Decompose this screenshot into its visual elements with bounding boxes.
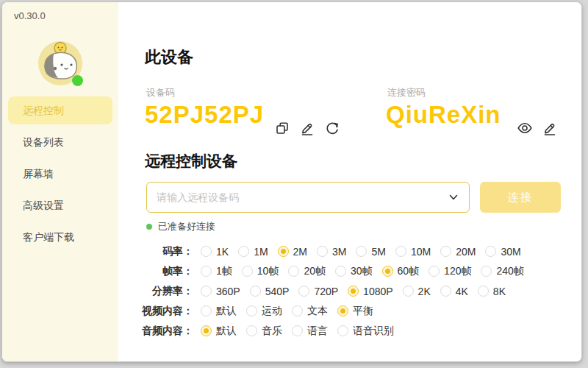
radio-icon[interactable] (292, 305, 303, 316)
setting-row-2: 分辨率：360P540P720P1080P2K4K8K (130, 281, 577, 301)
radio-option[interactable]: 5M (356, 246, 385, 258)
radio-icon[interactable] (201, 246, 212, 257)
radio-option[interactable]: 10帧 (242, 265, 279, 278)
radio-icon[interactable] (429, 266, 440, 277)
radio-option[interactable]: 默认 (201, 305, 237, 318)
radio-icon[interactable] (440, 246, 451, 257)
radio-option[interactable]: 2K (403, 286, 431, 297)
radio-option[interactable]: 60帧 (382, 265, 420, 278)
radio-icon[interactable] (317, 246, 328, 257)
radio-icon[interactable] (238, 246, 249, 257)
radio-option[interactable]: 1K (201, 246, 229, 258)
radio-option[interactable]: 540P (250, 286, 290, 297)
show-password-icon[interactable] (517, 120, 533, 136)
radio-selected-icon[interactable] (382, 266, 393, 277)
remote-device-input-wrap (146, 182, 470, 213)
radio-option-label: 30帧 (351, 265, 373, 278)
radio-option[interactable]: 10M (395, 246, 431, 258)
radio-icon[interactable] (201, 266, 212, 277)
radio-icon[interactable] (481, 266, 492, 277)
setting-options: 默认音乐语言语音识别 (201, 325, 404, 338)
sidebar-item-0[interactable]: 远程控制 (8, 96, 112, 124)
radio-option-label: 720P (314, 286, 338, 297)
radio-option-label: 540P (265, 286, 290, 297)
radio-icon[interactable] (337, 325, 348, 336)
online-status-dot (72, 75, 83, 86)
remote-control-title: 远程控制设备 (145, 151, 237, 171)
setting-options: 1K1M2M3M5M10M20M30M (201, 246, 531, 258)
edit-device-code-icon[interactable] (299, 120, 315, 136)
radio-icon[interactable] (403, 286, 414, 297)
remote-device-input[interactable] (147, 183, 469, 212)
copy-icon[interactable] (274, 120, 290, 136)
radio-option[interactable]: 平衡 (337, 305, 373, 318)
sidebar-item-1[interactable]: 设备列表 (8, 128, 112, 156)
radio-icon[interactable] (478, 286, 489, 297)
edit-password-icon[interactable] (542, 120, 558, 136)
radio-option[interactable]: 8K (478, 286, 506, 297)
chevron-down-icon[interactable] (445, 189, 462, 208)
radio-selected-icon[interactable] (348, 286, 359, 297)
radio-icon[interactable] (246, 325, 257, 336)
radio-option[interactable]: 音乐 (246, 325, 282, 338)
radio-option[interactable]: 30帧 (335, 265, 373, 278)
radio-selected-icon[interactable] (337, 305, 348, 316)
radio-option[interactable]: 2M (278, 246, 307, 258)
sidebar-item-2[interactable]: 屏幕墙 (8, 160, 112, 188)
radio-option-label: 运动 (262, 305, 282, 318)
radio-option[interactable]: 240帧 (481, 265, 523, 278)
radio-icon[interactable] (201, 286, 212, 297)
radio-option[interactable]: 3M (317, 246, 346, 258)
radio-selected-icon[interactable] (278, 246, 289, 257)
radio-option[interactable]: 运动 (246, 305, 282, 318)
radio-option[interactable]: 1帧 (201, 265, 232, 278)
setting-row-label: 分辨率： (130, 285, 193, 298)
radio-option-label: 2K (418, 286, 431, 297)
radio-icon[interactable] (335, 266, 346, 277)
radio-option[interactable]: 4K (440, 286, 468, 297)
radio-option[interactable]: 默认 (201, 325, 237, 338)
this-device-title: 此设备 (145, 46, 193, 68)
device-code-label: 设备码 (146, 86, 175, 99)
setting-options: 1帧10帧20帧30帧60帧120帧240帧 (201, 265, 534, 278)
radio-option-label: 1M (254, 246, 268, 258)
radio-option[interactable]: 语音识别 (337, 325, 394, 338)
sidebar-item-3[interactable]: 高级设置 (8, 191, 112, 219)
radio-icon[interactable] (201, 305, 212, 316)
radio-option[interactable]: 语言 (292, 325, 328, 338)
radio-icon[interactable] (242, 266, 253, 277)
connect-button[interactable]: 连接 (480, 182, 561, 213)
radio-option[interactable]: 720P (298, 286, 338, 297)
radio-option-label: 3M (332, 246, 346, 258)
setting-row-1: 帧率：1帧10帧20帧30帧60帧120帧240帧 (130, 261, 577, 281)
radio-option[interactable]: 文本 (292, 305, 328, 318)
radio-option[interactable]: 120帧 (429, 265, 471, 278)
radio-option[interactable]: 360P (201, 286, 240, 297)
radio-selected-icon[interactable] (201, 325, 212, 336)
radio-option[interactable]: 20帧 (288, 265, 326, 278)
radio-option[interactable]: 20M (440, 246, 476, 258)
radio-option-label: 10帧 (257, 265, 279, 278)
radio-option[interactable]: 30M (485, 246, 520, 258)
radio-icon[interactable] (246, 305, 257, 316)
radio-icon[interactable] (356, 246, 367, 257)
radio-icon[interactable] (288, 266, 299, 277)
radio-icon[interactable] (395, 246, 406, 257)
radio-icon[interactable] (440, 286, 451, 297)
device-code-actions (274, 120, 340, 136)
sidebar-item-4[interactable]: 客户端下载 (8, 223, 112, 251)
refresh-icon[interactable] (324, 120, 340, 136)
radio-option-label: 10M (411, 246, 431, 258)
radio-option[interactable]: 1080P (348, 286, 392, 297)
radio-icon[interactable] (485, 246, 496, 257)
radio-option[interactable]: 1M (238, 246, 268, 258)
radio-icon[interactable] (298, 286, 309, 297)
radio-option-label: 默认 (216, 325, 237, 338)
sidebar-menu: 远程控制设备列表屏幕墙高级设置客户端下载 (2, 96, 118, 255)
avatar[interactable] (35, 38, 85, 88)
setting-row-label: 码率： (130, 245, 193, 258)
radio-icon[interactable] (292, 325, 303, 336)
radio-option-label: 240帧 (496, 265, 523, 278)
setting-options: 默认运动文本平衡 (201, 305, 383, 318)
radio-icon[interactable] (250, 286, 261, 297)
